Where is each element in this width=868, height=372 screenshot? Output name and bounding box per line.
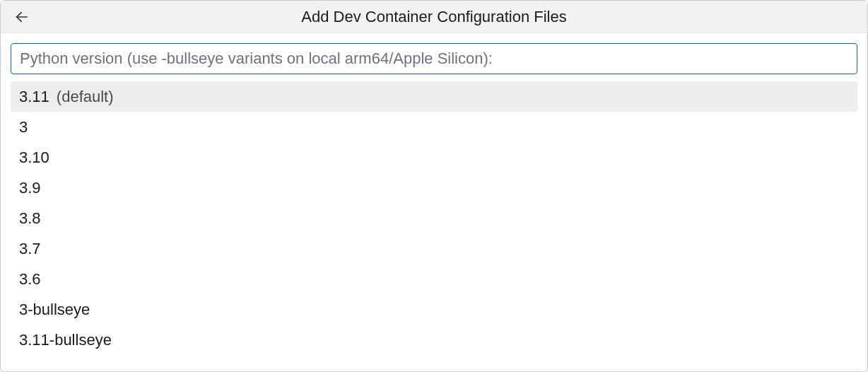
search-input[interactable] [11,43,857,74]
list-item[interactable]: 3.8 [11,203,857,233]
page-title: Add Dev Container Configuration Files [12,8,856,26]
item-label: 3-bullseye [19,301,90,319]
list-item[interactable]: 3.9 [11,173,857,203]
list-item[interactable]: 3-bullseye [11,294,857,325]
quickpick-panel: Add Dev Container Configuration Files 3.… [0,0,868,372]
list-item[interactable]: 3.11(default) [11,81,857,112]
item-label: 3.11-bullseye [19,331,112,349]
header-bar: Add Dev Container Configuration Files [1,1,867,33]
item-label: 3.9 [19,179,41,197]
list-item[interactable]: 3.11-bullseye [11,325,857,355]
item-label: 3.10 [19,149,49,167]
input-wrapper [1,33,867,81]
list-item[interactable]: 3 [11,112,857,142]
list-item[interactable]: 3.10 [11,142,857,173]
options-list: 3.11(default)33.103.93.83.73.63-bullseye… [1,81,867,371]
item-suffix: (default) [57,88,114,106]
item-label: 3.6 [19,270,41,289]
item-label: 3.11 [19,88,49,106]
list-item[interactable]: 3.6 [11,264,857,294]
back-button[interactable] [12,7,32,27]
item-label: 3.8 [19,209,41,228]
list-item[interactable]: 3.7 [11,233,857,264]
item-label: 3 [19,118,28,136]
item-label: 3.7 [19,240,41,258]
arrow-left-icon [14,9,30,25]
